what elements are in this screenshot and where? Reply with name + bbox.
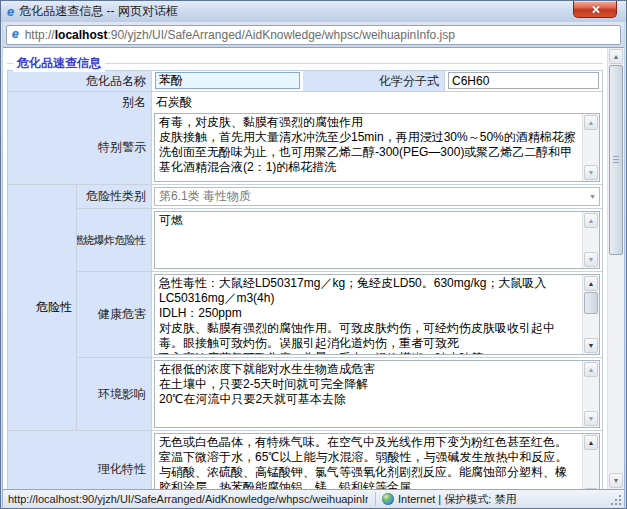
- scroll-track[interactable]: [583, 131, 599, 164]
- danger-label: 危险性: [8, 185, 77, 430]
- close-button[interactable]: [573, 1, 617, 18]
- alias-value: 石炭酸: [152, 92, 602, 113]
- table-row-warning: 特别警示 有毒，对皮肤、黏膜有强烈的腐蚀作用 皮肤接触，首先用大量清水冲洗至少1…: [8, 111, 602, 185]
- environment-textarea[interactable]: 在很低的浓度下就能对水生生物造成危害 在土壤中，只要2-5天时间就可完全降解 2…: [154, 360, 600, 428]
- globe-icon: [382, 493, 394, 505]
- danger-category-select[interactable]: 第6.1类 毒性物质 ▼: [154, 187, 600, 206]
- address-input[interactable]: e http://localhost:90/yjzh/UI/SafeArrang…: [6, 25, 621, 45]
- warning-cell: 有毒，对皮肤、黏膜有强烈的腐蚀作用 皮肤接触，首先用大量清水冲洗至少15min，…: [152, 111, 602, 184]
- health-text: 急性毒性：大鼠经LD50317mg／kg；兔经皮LD50。630mg/kg；大鼠…: [155, 275, 582, 354]
- burn-textarea[interactable]: 可燃 ▲ ▼: [154, 211, 600, 269]
- page-scrollbar[interactable]: ▲ ▼: [607, 48, 624, 489]
- warning-scrollbar[interactable]: ▲ ▼: [582, 114, 599, 181]
- category-value: 第6.1类 毒性物质: [159, 188, 251, 205]
- danger-rows: 危险性类别 第6.1类 毒性物质 ▼ 燃烧爆炸危险性: [77, 185, 602, 430]
- environment-text: 在很低的浓度下就能对水生生物造成危害 在土壤中，只要2-5天时间就可完全降解 2…: [155, 361, 582, 427]
- window-title: 危化品速查信息 -- 网页对话框: [19, 3, 178, 20]
- scroll-up-icon[interactable]: ▲: [584, 213, 598, 228]
- scroll-down-icon[interactable]: ▼: [609, 473, 623, 488]
- scrollbar-grip-icon: [613, 156, 619, 164]
- environment-label: 环境影响: [77, 358, 152, 430]
- environment-scrollbar[interactable]: ▲ ▼: [582, 361, 599, 427]
- table-row-environment: 环境影响 在很低的浓度下就能对水生生物造成危害 在土壤中，只要2-5天时间就可完…: [77, 358, 602, 430]
- scroll-down-icon[interactable]: ▼: [584, 411, 598, 426]
- table-row-properties: 理化特性 无色或白色晶体，有特殊气味。在空气中及光线作用下变为粉红色甚至红色。室…: [8, 431, 602, 489]
- formula-input[interactable]: [448, 72, 599, 89]
- close-icon: [591, 5, 600, 14]
- status-zone-area: Internet | 保护模式: 禁用: [382, 492, 516, 507]
- warning-text: 有毒，对皮肤、黏膜有强烈的腐蚀作用 皮肤接触，首先用大量清水冲洗至少15min，…: [155, 114, 582, 181]
- alias-cell: 石炭酸: [152, 92, 602, 113]
- status-zone-text: Internet | 保护模式: 禁用: [398, 492, 516, 507]
- resize-grip[interactable]: [610, 494, 622, 506]
- danger-section: 危险性 危险性类别 第6.1类 毒性物质 ▼: [8, 185, 602, 431]
- form-page: 危化品速查信息 危化品名称 化学分子式 别名: [3, 48, 607, 489]
- scroll-up-icon[interactable]: ▲: [584, 276, 598, 291]
- scroll-track[interactable]: [608, 255, 624, 472]
- burn-text: 可燃: [155, 212, 582, 268]
- info-fieldset: 危化品速查信息: [7, 63, 603, 64]
- url-scheme: http://: [25, 28, 55, 42]
- scrollbar-thumb[interactable]: [584, 292, 598, 314]
- status-url: http://localhost:90/yjzh/UI/SafeArranged…: [3, 493, 368, 505]
- dialog-window: e 危化品速查信息 -- 网页对话框 e http://localhost:90…: [0, 0, 627, 509]
- scroll-up-icon[interactable]: ▲: [609, 49, 623, 64]
- scroll-track[interactable]: [583, 378, 599, 410]
- scroll-track[interactable]: [583, 451, 599, 487]
- alias-label: 别名: [8, 92, 152, 113]
- status-divider: [375, 492, 376, 506]
- page-content: 危化品速查信息 危化品名称 化学分子式 别名: [3, 48, 624, 489]
- ie-page-icon: e: [12, 28, 19, 41]
- burn-scrollbar[interactable]: ▲ ▼: [582, 212, 599, 268]
- scroll-down-icon[interactable]: ▼: [584, 165, 598, 180]
- page-scrollbar-thumb[interactable]: [609, 65, 623, 255]
- burn-label: 燃烧爆炸危险性: [77, 209, 152, 271]
- properties-scrollbar[interactable]: ▲ ▼: [582, 434, 599, 489]
- titlebar[interactable]: e 危化品速查信息 -- 网页对话框: [1, 1, 626, 22]
- environment-cell: 在很低的浓度下就能对水生生物造成危害 在土壤中，只要2-5天时间就可完全降解 2…: [152, 358, 602, 430]
- table-row-alias: 别名 石炭酸: [8, 92, 602, 111]
- table-row-burn: 燃烧爆炸危险性 可燃 ▲ ▼: [77, 209, 602, 272]
- scroll-down-icon[interactable]: ▼: [584, 252, 598, 267]
- health-label: 健康危害: [77, 272, 152, 357]
- formula-cell: [445, 71, 602, 91]
- ie-icon: e: [7, 5, 14, 18]
- chemical-info-table: 危化品名称 化学分子式 别名 石炭酸: [7, 70, 603, 489]
- table-row-health: 健康危害 急性毒性：大鼠经LD50317mg／kg；兔经皮LD50。630mg/…: [77, 272, 602, 358]
- scroll-down-icon[interactable]: ▼: [584, 338, 598, 353]
- name-cell: [152, 71, 303, 91]
- chemical-name-input[interactable]: [155, 72, 300, 89]
- properties-label: 理化特性: [8, 431, 152, 489]
- name-label: 危化品名称: [8, 71, 152, 91]
- scroll-track[interactable]: [583, 314, 599, 337]
- table-row-category: 危险性类别 第6.1类 毒性物质 ▼: [77, 185, 602, 209]
- properties-text: 无色或白色晶体，有特殊气味。在空气中及光线作用下变为粉红色甚至红色。室温下微溶于…: [155, 434, 582, 489]
- burn-cell: 可燃 ▲ ▼: [152, 209, 602, 271]
- warning-label: 特别警示: [8, 111, 152, 184]
- properties-textarea[interactable]: 无色或白色晶体，有特殊气味。在空气中及光线作用下变为粉红色甚至红色。室温下微溶于…: [154, 433, 600, 489]
- status-bar: http://localhost:90/yjzh/UI/SafeArranged…: [3, 489, 624, 508]
- address-bar-area: e http://localhost:90/yjzh/UI/SafeArrang…: [3, 22, 624, 48]
- properties-cell: 无色或白色晶体，有特殊气味。在空气中及光线作用下变为粉红色甚至红色。室温下微溶于…: [152, 431, 602, 489]
- section-title: 危化品速查信息: [13, 55, 105, 72]
- formula-label: 化学分子式: [303, 71, 445, 91]
- url-host: localhost: [55, 28, 108, 42]
- chevron-down-icon: ▼: [589, 193, 596, 200]
- scroll-up-icon[interactable]: ▲: [584, 362, 598, 377]
- category-cell: 第6.1类 毒性物质 ▼: [152, 185, 602, 208]
- scroll-up-icon[interactable]: ▲: [584, 115, 598, 130]
- health-cell: 急性毒性：大鼠经LD50317mg／kg；兔经皮LD50。630mg/kg；大鼠…: [152, 272, 602, 357]
- health-scrollbar[interactable]: ▲ ▼: [582, 275, 599, 354]
- category-label: 危险性类别: [77, 185, 152, 208]
- health-textarea[interactable]: 急性毒性：大鼠经LD50317mg／kg；兔经皮LD50。630mg/kg；大鼠…: [154, 274, 600, 355]
- table-row-name: 危化品名称 化学分子式: [8, 71, 602, 92]
- scroll-up-icon[interactable]: ▲: [584, 435, 598, 450]
- url-path: :90/yjzh/UI/SafeArranged/AidKnowledge/wh…: [107, 28, 455, 42]
- warning-textarea[interactable]: 有毒，对皮肤、黏膜有强烈的腐蚀作用 皮肤接触，首先用大量清水冲洗至少15min，…: [154, 113, 600, 182]
- scroll-track[interactable]: [583, 229, 599, 251]
